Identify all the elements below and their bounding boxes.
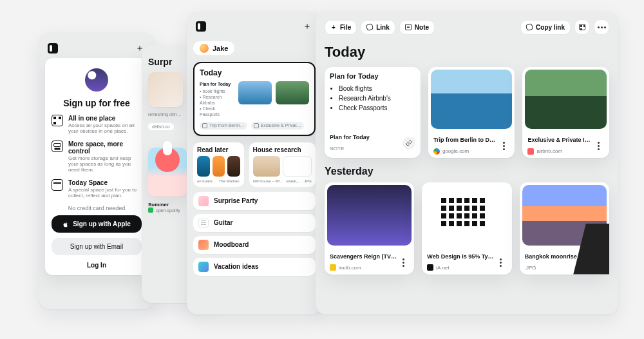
sidebar-panel: ＋ Jake Today Plan for Today • book fligh… [187, 12, 322, 315]
link-icon [366, 23, 374, 31]
card-typography[interactable]: Web Design is 95% Typography iA.net [422, 182, 511, 275]
open-link-icon[interactable] [402, 137, 415, 150]
imdb-favicon [330, 264, 336, 271]
sidebar-item-guitar[interactable]: Guitar [193, 214, 316, 232]
google-favicon [433, 148, 440, 155]
main-panel: File Link Note Copy link Today Plan for … [316, 12, 618, 315]
sidebar-add-button[interactable]: ＋ [301, 21, 313, 32]
sidebar-chip-trip: Trip from Berlin… [200, 122, 247, 130]
login-link[interactable]: Log In [52, 262, 142, 269]
user-name: Jake [213, 44, 228, 52]
plus-icon [330, 24, 337, 30]
apple-icon [62, 221, 69, 228]
vacation-icon [198, 262, 209, 272]
sidebar-house-research[interactable]: House research 600 house – Wi…swedi_… .J… [249, 142, 316, 187]
card-trip-link[interactable]: Trip from Berlin to Denpasar… google.com [428, 67, 515, 158]
sidebar-today-thumb-1 [238, 81, 272, 104]
user-avatar-icon [200, 44, 209, 53]
sidebar-chip-exclusive: Exclusive & Privat… [251, 122, 304, 130]
sidebar-item-surprise-party[interactable]: Surprise Party [193, 192, 316, 210]
moodboard-icon [198, 240, 209, 250]
back-thumb-2[interactable] [148, 148, 187, 197]
plan-bullets: Book flights Research Airbnb's Check Pas… [330, 84, 415, 113]
app-logo [48, 43, 58, 53]
add-file-button[interactable]: File [325, 20, 357, 35]
card-island-link[interactable]: Exclusive & Private Island… airbnb.com [522, 67, 609, 158]
sidebar-item-vacation[interactable]: Vacation ideas [193, 258, 316, 276]
party-icon [198, 196, 209, 206]
copy-link-button[interactable]: Copy link [520, 20, 571, 35]
app-logo-sidebar [196, 21, 206, 32]
grid-graphic [441, 198, 492, 233]
add-link-button[interactable]: Link [361, 20, 395, 35]
readlater-thumb-3 [227, 156, 240, 177]
signup-email-button[interactable]: Sign up with Email [52, 238, 142, 255]
document-icon [198, 218, 209, 228]
link-icon [526, 23, 533, 31]
readlater-thumb-2 [213, 156, 225, 177]
calendar-icon [52, 179, 63, 191]
sidebar-read-later[interactable]: Read later on board…The Martian [193, 142, 244, 187]
sidebar-item-moodboard[interactable]: Moodboard [193, 236, 316, 254]
back-thumb-1[interactable] [148, 72, 183, 107]
signup-card: Sign up for free All in one placeAccess … [45, 58, 148, 275]
card-moonrise[interactable]: Bangkok moonrise .JPG [520, 182, 609, 275]
link-icon [202, 123, 207, 128]
feature-all-in-one: All in one placeAccess all your spaces o… [52, 115, 142, 134]
note-icon [405, 24, 412, 30]
card-more-button[interactable] [397, 257, 409, 268]
qr-icon [579, 24, 585, 30]
feature-today-space: Today SpaceA special space just for you … [52, 179, 142, 199]
user-chip[interactable]: Jake [193, 41, 234, 55]
add-note-button[interactable]: Note [399, 20, 435, 35]
sidebar-today-card[interactable]: Today Plan for Today • book flights • Re… [193, 62, 316, 136]
stack-icon [52, 140, 63, 152]
spotify-icon [148, 208, 153, 213]
sidebar-today-thumb-2 [276, 81, 309, 104]
house-thumb-1 [253, 156, 281, 177]
no-credit-card-text: No credit card needed [52, 205, 142, 211]
card-more-button[interactable] [498, 140, 509, 151]
link-icon [254, 123, 259, 128]
card-moonrise-image [522, 185, 607, 246]
dots-vertical-icon [500, 262, 502, 264]
signup-apple-button[interactable]: Sign up with Apple [52, 215, 142, 233]
section-today-heading: Today [325, 44, 609, 61]
airbnb-favicon [527, 148, 534, 155]
more-button[interactable] [594, 19, 609, 35]
card-plan-note[interactable]: Plan for Today Book flights Research Air… [325, 67, 421, 158]
dots-vertical-icon [402, 262, 404, 264]
card-more-button[interactable] [495, 257, 507, 268]
card-trip-image [431, 70, 513, 129]
phone-panel: ＋ Sign up for free All in one placeAcces… [39, 32, 155, 309]
card-island-image [525, 70, 607, 129]
readlater-thumb-1 [197, 156, 210, 177]
card-scavengers-image [327, 185, 412, 246]
main-toolbar: File Link Note Copy link [325, 19, 609, 35]
qr-icon [52, 115, 63, 126]
dots-vertical-icon [598, 145, 600, 147]
sidebar-today-plan: Plan for Today • book flights • Research… [200, 81, 234, 118]
qr-button[interactable] [574, 19, 590, 35]
card-scavengers[interactable]: Scavengers Reign (TV Mini Ser… imdb.com [325, 182, 414, 275]
section-yesterday-heading: Yesterday [325, 166, 609, 177]
dots-vertical-icon [503, 145, 505, 147]
back-item-1-source: delish.co [148, 123, 174, 130]
house-thumb-2 [283, 156, 312, 177]
card-more-button[interactable] [592, 140, 604, 151]
signup-title: Sign up for free [52, 98, 142, 108]
feature-more-space: More space, more controlGet more storage… [52, 140, 142, 173]
ia-favicon [427, 264, 433, 271]
sidebar-today-title: Today [200, 68, 309, 77]
dots-horizontal-icon [598, 26, 606, 28]
planet-illustration [85, 68, 108, 92]
card-typography-image [424, 185, 509, 246]
